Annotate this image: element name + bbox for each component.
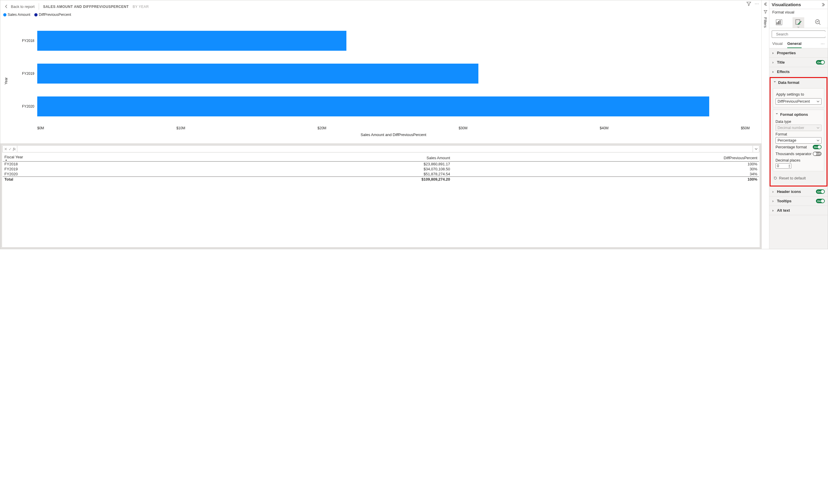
toggle-label: On <box>814 146 818 149</box>
x-axis: $0M $10M $20M $30M $40M $50M <box>37 126 750 130</box>
tooltips-toggle[interactable]: On <box>816 199 825 203</box>
x-tick-label: $40M <box>600 126 609 130</box>
spinner-icon[interactable]: ▴▾ <box>789 164 790 168</box>
back-to-report[interactable]: Back to report <box>4 4 35 9</box>
select-value: Percentage <box>778 138 796 142</box>
sub-tab-more[interactable]: ··· <box>821 41 825 48</box>
cancel-icon[interactable]: ✕ <box>4 147 8 151</box>
search-wrap <box>769 28 828 40</box>
col-header-sales-amount[interactable]: Sales Amount <box>186 155 452 162</box>
decimal-label: Decimal places <box>776 158 822 162</box>
bar-fill[interactable] <box>37 31 346 51</box>
tab-build-visual[interactable] <box>773 17 785 28</box>
header-icons-toggle[interactable]: On <box>816 190 825 194</box>
table-row: FY2020 $51,878,274.54 34% <box>3 171 759 177</box>
visualizations-pane: Visualizations Format visual Visu <box>769 0 828 249</box>
col-header-diff-prev[interactable]: DiffPreviousPercent <box>452 155 759 162</box>
y-category-label: FY2020 <box>21 104 37 109</box>
section-label: Properties <box>777 51 796 55</box>
bar-fill[interactable] <box>37 64 479 84</box>
section-effects[interactable]: › Effects <box>769 67 828 77</box>
cell: $34,070,108.50 <box>186 167 452 171</box>
thousands-toggle[interactable]: Off <box>813 152 822 156</box>
title-main: SALES AMOUNT AND DIFFPREVIOUSPERCENT <box>43 5 129 9</box>
title-by: BY YEAR <box>133 5 149 9</box>
sub-tab-general[interactable]: General <box>787 41 801 48</box>
cell: FY2019 <box>3 167 186 171</box>
section-head[interactable]: › Tooltips <box>772 199 792 203</box>
section-tooltips: › Tooltips On <box>769 197 828 206</box>
y-axis-label: Year <box>4 77 8 84</box>
title-toggle[interactable]: On <box>816 60 825 65</box>
decimal-places-input[interactable]: 0 ▴▾ <box>776 163 791 169</box>
tab-analytics[interactable] <box>812 17 824 28</box>
cell: $51,878,274.54 <box>186 171 452 177</box>
svg-rect-3 <box>780 20 781 24</box>
apply-settings-select[interactable]: DiffPreviousPercent <box>776 98 822 105</box>
section-title: › Title On <box>769 58 828 67</box>
svg-rect-2 <box>778 21 779 24</box>
x-tick-label: $20M <box>318 126 326 130</box>
section-label: Data format <box>778 80 799 85</box>
select-value: Decimal number <box>778 126 804 130</box>
table-header-row: Fiscal Year ▲ Sales Amount DiffPreviousP… <box>3 155 759 162</box>
format-select[interactable]: Percentage <box>776 137 822 144</box>
data-type-select: Decimal number <box>776 125 822 131</box>
format-search[interactable] <box>772 31 825 38</box>
bar-row: FY2019 <box>21 62 750 85</box>
section-head[interactable]: › Header icons <box>772 190 801 194</box>
section-label: Tooltips <box>777 199 792 203</box>
viz-subtitle: Format visual <box>769 9 828 15</box>
bar-fill[interactable] <box>37 96 709 116</box>
more-icon[interactable]: ··· <box>755 1 759 6</box>
commit-icon[interactable]: ✓ <box>8 147 12 151</box>
tab-format-visual[interactable] <box>792 17 804 28</box>
sort-asc-icon: ▲ <box>4 159 184 161</box>
section-label: Header icons <box>777 190 801 194</box>
formula-dropdown[interactable] <box>753 146 759 152</box>
section-properties[interactable]: › Properties <box>769 48 828 58</box>
col-header-fiscal-year[interactable]: Fiscal Year ▲ <box>3 155 186 162</box>
svg-rect-1 <box>777 22 778 24</box>
app-root: ··· Back to report SALES AMOUNT AND DIFF… <box>0 0 828 249</box>
bar-row: FY2018 <box>21 29 750 52</box>
x-axis-title: Sales Amount and DiffPreviousPercent <box>37 132 750 137</box>
legend-item[interactable]: DiffPreviousPercent <box>34 13 71 17</box>
chart-area: Year FY2018 FY2019 <box>0 18 761 143</box>
bar-track <box>37 96 750 116</box>
chevron-right-icon: › <box>772 208 775 213</box>
table-total-row: Total $109,809,274.20 100% <box>3 177 759 182</box>
table-row: FY2019 $34,070,108.50 30% <box>3 167 759 171</box>
format-options-head[interactable]: › Format options <box>776 112 822 119</box>
report-header: Back to report SALES AMOUNT AND DIFFPREV… <box>0 0 761 11</box>
chevron-down-icon <box>817 126 820 129</box>
search-input[interactable] <box>776 32 826 37</box>
sub-tab-visual[interactable]: Visual <box>772 41 783 48</box>
section-data-format-head[interactable]: › Data format <box>771 78 827 87</box>
chevron-right-icon: › <box>772 199 775 203</box>
chevron-down-icon <box>755 148 758 151</box>
viz-pane-header: Visualizations <box>769 0 828 9</box>
format-sub-tabs: Visual General ··· <box>769 40 828 48</box>
filters-pane-collapsed[interactable]: Filters <box>761 0 769 249</box>
fx-icon[interactable]: fx <box>13 146 16 151</box>
expand-icon[interactable] <box>821 3 825 7</box>
formula-input[interactable] <box>17 146 753 152</box>
cell: $23,860,891.17 <box>186 162 452 167</box>
pct-format-toggle[interactable]: On <box>813 145 822 149</box>
x-tick-label: $0M <box>37 126 44 130</box>
thousands-label: Thousands separator <box>776 152 812 156</box>
section-head[interactable]: › Title <box>772 60 785 65</box>
filters-label: Filters <box>763 17 768 28</box>
filter-icon[interactable] <box>746 1 751 6</box>
chevron-down-icon: › <box>775 113 779 116</box>
legend-label: DiffPreviousPercent <box>39 13 71 17</box>
reset-to-default[interactable]: Reset to default <box>773 174 824 183</box>
visual-header-icons: ··· <box>746 1 759 6</box>
data-table: Fiscal Year ▲ Sales Amount DiffPreviousP… <box>3 155 759 182</box>
legend-item[interactable]: Sales Amount <box>3 13 30 17</box>
section-alt-text[interactable]: › Alt text <box>769 206 828 215</box>
data-table-visual[interactable]: ✕ ✓ fx Fiscal Year ▲ Sales Amount <box>0 143 761 249</box>
chevron-left-icon <box>4 4 8 8</box>
main-canvas: ··· Back to report SALES AMOUNT AND DIFF… <box>0 0 761 249</box>
